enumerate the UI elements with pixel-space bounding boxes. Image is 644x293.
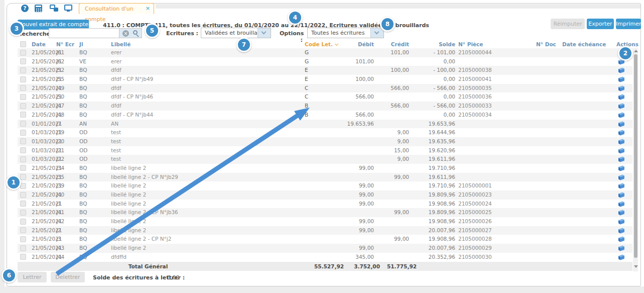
row-checkbox[interactable] bbox=[20, 192, 26, 198]
row-checkbox[interactable] bbox=[20, 201, 26, 207]
scrollbar-thumb[interactable] bbox=[634, 54, 637, 258]
table-row[interactable]: 21/05/2021j35BQlibellé ligne 2 - CP N°jb… bbox=[18, 173, 632, 182]
col-header-solde[interactable]: Solde bbox=[439, 41, 455, 47]
select-all-checkbox[interactable] bbox=[20, 41, 26, 47]
col-header-necr[interactable]: N° Ecr bbox=[56, 41, 74, 47]
ledger-book-icon[interactable] bbox=[618, 130, 625, 136]
ledger-book-icon[interactable] bbox=[618, 219, 625, 225]
col-header-date[interactable]: Date bbox=[32, 41, 46, 47]
table-row[interactable]: 21/05/2021j52BQdfdfE100,00- 100,00210500… bbox=[18, 66, 632, 75]
ledger-book-icon[interactable] bbox=[618, 156, 625, 162]
table-row[interactable]: 21/05/2021j40BQlibellé ligne 299,0019.80… bbox=[18, 190, 632, 200]
table-row[interactable]: 21/05/2021j1BQlibellé ligne 299,0019.908… bbox=[18, 200, 632, 209]
ledger-book-icon[interactable] bbox=[618, 174, 625, 180]
table-row[interactable]: 21/05/2021j43BQlibellé ligne 299,0020.00… bbox=[18, 244, 632, 253]
row-checkbox[interactable] bbox=[20, 121, 26, 127]
row-checkbox[interactable] bbox=[20, 58, 26, 64]
table-row[interactable]: 01/03/2021j19ODtest9,0019.644,96 bbox=[18, 128, 632, 137]
row-checkbox[interactable] bbox=[20, 219, 26, 225]
table-row[interactable]: 21/05/2021j3BQlibellé ligne 2 - CP N°j29… bbox=[18, 235, 632, 244]
table-row[interactable]: 21/05/2021j39BQlibellé ligne 299,0019.71… bbox=[18, 181, 632, 190]
ledger-book-icon[interactable] bbox=[618, 112, 625, 118]
ledger-book-icon[interactable] bbox=[618, 192, 625, 198]
table-row[interactable]: 01/03/2021j20ODtest9,0019.635,96 bbox=[18, 137, 632, 146]
table-row[interactable]: 21/05/2021j44BQdfdffd345,0020.352,962105… bbox=[18, 253, 632, 262]
scroll-up-icon[interactable] bbox=[634, 50, 638, 52]
ledger-book-icon[interactable] bbox=[618, 236, 625, 242]
ledger-book-icon[interactable] bbox=[618, 103, 625, 109]
export-button[interactable]: Exporter bbox=[587, 19, 614, 29]
ledger-book-icon[interactable] bbox=[618, 148, 625, 154]
row-checkbox[interactable] bbox=[20, 130, 26, 136]
table-row[interactable]: 21/05/2021j47BQdfdfB566,00- 566,00210500… bbox=[18, 102, 632, 111]
table-row[interactable]: 21/05/2021j2BQlibellé ligne 299,0020.007… bbox=[18, 226, 632, 235]
table-row[interactable]: 21/05/2021j42BQlibellé ligne 299,0019.90… bbox=[18, 217, 632, 226]
ledger-book-icon[interactable] bbox=[618, 165, 625, 171]
table-row[interactable]: 01/03/2021j21ODtest15,0019.620,96 bbox=[18, 146, 632, 155]
table-row[interactable]: 21/05/2021j61BQererG101,00- 101,00210500… bbox=[18, 48, 632, 57]
table-row[interactable]: 21/05/2021j62VEererG101,000,00 bbox=[18, 57, 632, 66]
row-checkbox[interactable] bbox=[20, 227, 26, 233]
row-checkbox[interactable] bbox=[20, 174, 26, 180]
table-row[interactable]: 21/05/2021j55BQdfdf - CP N°jb49E100,000,… bbox=[18, 75, 632, 84]
ledger-book-icon[interactable] bbox=[618, 183, 625, 189]
tab-close-icon[interactable]: × bbox=[146, 4, 150, 14]
ledger-book-icon[interactable] bbox=[618, 245, 625, 251]
row-checkbox[interactable] bbox=[20, 183, 26, 189]
col-header-npiece[interactable]: N° Pièce bbox=[458, 41, 483, 47]
search-input[interactable] bbox=[49, 28, 119, 38]
table-row[interactable]: 21/05/2021j50BQdfdf - CP N°jb46C566,000,… bbox=[18, 92, 632, 102]
monitor-icon[interactable] bbox=[64, 5, 72, 11]
ledger-book-icon[interactable] bbox=[618, 85, 625, 91]
col-header-echeance[interactable]: Date échéance bbox=[562, 41, 606, 47]
row-checkbox[interactable] bbox=[20, 156, 26, 162]
options-select[interactable]: Toutes les écritures bbox=[307, 28, 384, 38]
col-header-jl[interactable]: Jl bbox=[79, 41, 83, 47]
table-row[interactable]: 01/03/2021j22ODtest9,0019.611,96 bbox=[18, 155, 632, 164]
ledger-book-icon[interactable] bbox=[618, 254, 625, 260]
chat-icon[interactable] bbox=[50, 5, 58, 12]
row-checkbox[interactable] bbox=[20, 245, 26, 251]
row-checkbox[interactable] bbox=[20, 103, 26, 109]
table-row[interactable]: 21/05/2021j48BQdfdf - CP N°jb44B566,000,… bbox=[18, 111, 632, 120]
tab-consultation-compte[interactable]: Consultation d'un compte × bbox=[79, 3, 154, 14]
calculator-icon[interactable] bbox=[35, 5, 42, 12]
col-header-codelet[interactable]: Code Let. bbox=[305, 41, 338, 47]
row-checkbox[interactable] bbox=[20, 67, 26, 73]
help-icon[interactable]: ? bbox=[21, 5, 29, 12]
row-checkbox[interactable] bbox=[20, 85, 26, 91]
col-header-debit[interactable]: Débit bbox=[358, 41, 374, 47]
table-row[interactable]: 01/01/2021j7ANAN19.653,9619.653,96 bbox=[18, 120, 632, 129]
ledger-book-icon[interactable] bbox=[618, 228, 625, 234]
chevron-down-icon[interactable] bbox=[257, 28, 271, 38]
col-header-ndoc[interactable]: N° Doc bbox=[536, 41, 556, 47]
ledger-book-icon[interactable] bbox=[618, 67, 625, 73]
table-row[interactable]: 21/05/2021j49BQdfdfC566,00- 566,00210500… bbox=[18, 84, 632, 93]
row-checkbox[interactable] bbox=[20, 94, 26, 100]
search-icon[interactable] bbox=[133, 30, 138, 35]
delettrer-button[interactable]: Delettrer bbox=[51, 272, 85, 282]
print-button[interactable]: Imprimer bbox=[616, 19, 641, 29]
col-header-libelle[interactable]: Libellé bbox=[111, 41, 131, 47]
row-checkbox[interactable] bbox=[20, 236, 26, 242]
ecritures-select[interactable]: Validées et brouillards bbox=[201, 28, 271, 38]
ledger-book-icon[interactable] bbox=[618, 76, 625, 82]
row-checkbox[interactable] bbox=[20, 112, 26, 118]
lettrer-button[interactable]: Lettrer bbox=[18, 272, 47, 282]
row-checkbox[interactable] bbox=[20, 210, 26, 216]
ledger-book-icon[interactable] bbox=[618, 94, 625, 100]
row-checkbox[interactable] bbox=[20, 50, 26, 56]
ledger-book-icon[interactable] bbox=[618, 139, 625, 145]
clear-search-icon[interactable]: × bbox=[122, 30, 129, 37]
col-header-credit[interactable]: Crédit bbox=[391, 41, 409, 47]
row-checkbox[interactable] bbox=[20, 138, 26, 144]
reimpute-button[interactable]: Réimputer bbox=[551, 19, 585, 29]
row-checkbox[interactable] bbox=[20, 165, 26, 171]
row-checkbox[interactable] bbox=[20, 254, 26, 260]
row-checkbox[interactable] bbox=[20, 76, 26, 82]
ledger-book-icon[interactable] bbox=[618, 201, 625, 207]
scroll-down-icon[interactable] bbox=[634, 265, 638, 268]
table-row[interactable]: 21/05/2021j41BQlibellé ligne 2 - CP N°jb… bbox=[18, 208, 632, 217]
ledger-book-icon[interactable] bbox=[618, 121, 625, 127]
chevron-down-icon[interactable] bbox=[370, 28, 383, 38]
